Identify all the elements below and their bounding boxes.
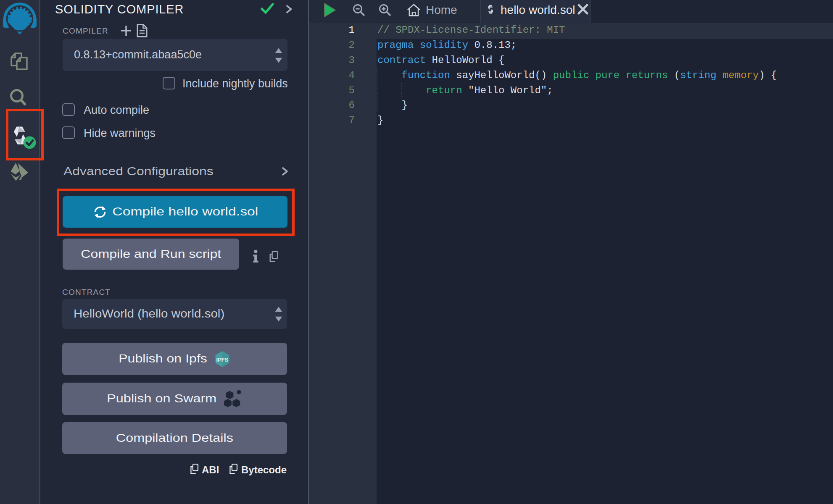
- svg-text:IPFS: IPFS: [216, 357, 229, 363]
